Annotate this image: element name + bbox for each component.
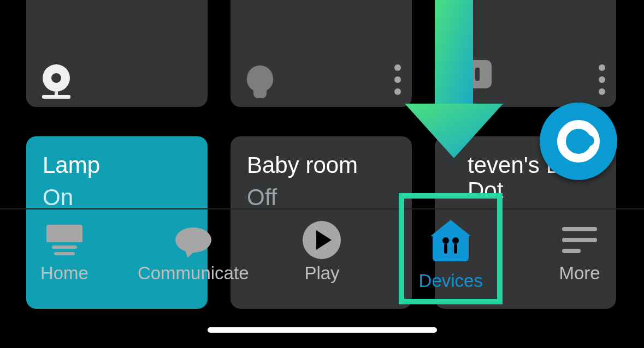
speech-bubble-icon bbox=[175, 220, 211, 260]
play-icon bbox=[303, 220, 341, 260]
device-card-plug-off[interactable]: ff bbox=[435, 0, 616, 107]
kebab-menu-icon[interactable] bbox=[599, 64, 605, 95]
device-name: Baby room bbox=[247, 153, 358, 178]
bulb-icon bbox=[247, 65, 273, 92]
nav-play[interactable]: Play bbox=[258, 209, 387, 317]
nav-home[interactable]: Home bbox=[0, 209, 129, 317]
nav-communicate[interactable]: Communicate bbox=[129, 209, 258, 317]
nav-label-more: More bbox=[559, 263, 600, 284]
device-card-camera[interactable] bbox=[26, 0, 208, 107]
alexa-voice-button[interactable] bbox=[540, 103, 617, 180]
home-indicator bbox=[208, 327, 437, 333]
alexa-ring-icon bbox=[557, 120, 600, 163]
kebab-menu-icon[interactable] bbox=[394, 64, 401, 95]
nav-label-play: Play bbox=[304, 263, 339, 284]
device-card-light-off[interactable] bbox=[231, 0, 412, 107]
nav-label-communicate: Communicate bbox=[138, 263, 249, 284]
nav-label-home: Home bbox=[40, 263, 88, 284]
bottom-nav: Home Communicate Play Devices bbox=[0, 208, 644, 317]
camera-icon bbox=[43, 64, 70, 92]
device-status: Off bbox=[247, 184, 277, 211]
devices-house-icon bbox=[433, 228, 469, 267]
nav-label-devices: Devices bbox=[419, 271, 483, 291]
plug-icon bbox=[451, 60, 492, 88]
device-name: Lamp bbox=[43, 153, 100, 178]
device-status: On bbox=[43, 184, 73, 211]
nav-more[interactable]: More bbox=[515, 209, 644, 317]
nav-devices[interactable]: Devices bbox=[386, 209, 515, 317]
hamburger-icon bbox=[562, 220, 597, 260]
echo-icon bbox=[46, 220, 82, 260]
